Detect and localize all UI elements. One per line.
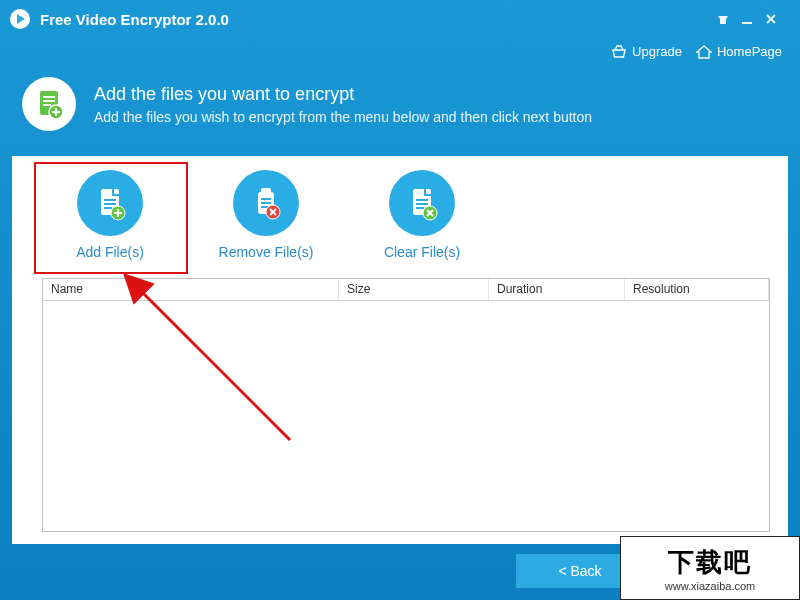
remove-files-icon [233,170,299,236]
main-panel: Add File(s) Remove File(s) [12,156,788,544]
watermark: 下载吧 www.xiazaiba.com [620,536,800,600]
svg-rect-5 [43,104,51,106]
close-icon[interactable] [764,12,788,26]
basket-icon [611,45,627,59]
header-links: Upgrade HomePage [0,38,800,59]
upgrade-label: Upgrade [632,44,682,59]
col-resolution[interactable]: Resolution [625,279,769,300]
svg-rect-9 [104,203,116,205]
app-title: Free Video Encryptor 2.0.0 [40,11,229,28]
table-header: Name Size Duration Resolution [43,279,769,301]
step-subtitle: Add the files you wish to encrypt from t… [94,109,592,125]
step-header: Add the files you want to encrypt Add th… [0,59,800,153]
step-title: Add the files you want to encrypt [94,84,592,105]
clear-files-icon [389,170,455,236]
minimize-icon[interactable] [740,12,764,26]
svg-rect-14 [261,198,271,200]
svg-rect-10 [104,207,112,209]
svg-marker-0 [17,14,25,24]
col-name[interactable]: Name [43,279,339,300]
svg-rect-1 [742,22,752,24]
action-row: Add File(s) Remove File(s) [12,156,788,270]
remove-files-label: Remove File(s) [219,244,314,260]
svg-rect-3 [43,96,55,98]
svg-rect-13 [261,188,271,194]
add-files-button[interactable]: Add File(s) [50,170,170,260]
svg-rect-21 [416,207,424,209]
svg-rect-4 [43,100,55,102]
title-bar: Free Video Encryptor 2.0.0 [0,0,800,38]
svg-rect-15 [261,202,271,204]
col-size[interactable]: Size [339,279,489,300]
add-files-icon [77,170,143,236]
watermark-text: 下载吧 [668,545,752,580]
add-files-label: Add File(s) [76,244,144,260]
table-body [43,301,769,531]
homepage-label: HomePage [717,44,782,59]
step-icon [22,77,76,131]
svg-rect-8 [104,199,116,201]
app-logo-icon [10,9,30,29]
homepage-link[interactable]: HomePage [696,44,782,59]
file-table: Name Size Duration Resolution [42,278,770,532]
home-icon [696,45,712,59]
upgrade-link[interactable]: Upgrade [611,44,682,59]
col-duration[interactable]: Duration [489,279,625,300]
clear-files-button[interactable]: Clear File(s) [362,170,482,260]
pin-icon[interactable] [716,12,740,26]
svg-rect-20 [416,203,428,205]
watermark-url: www.xiazaiba.com [665,580,755,592]
remove-files-button[interactable]: Remove File(s) [206,170,326,260]
svg-rect-19 [416,199,428,201]
clear-files-label: Clear File(s) [384,244,460,260]
